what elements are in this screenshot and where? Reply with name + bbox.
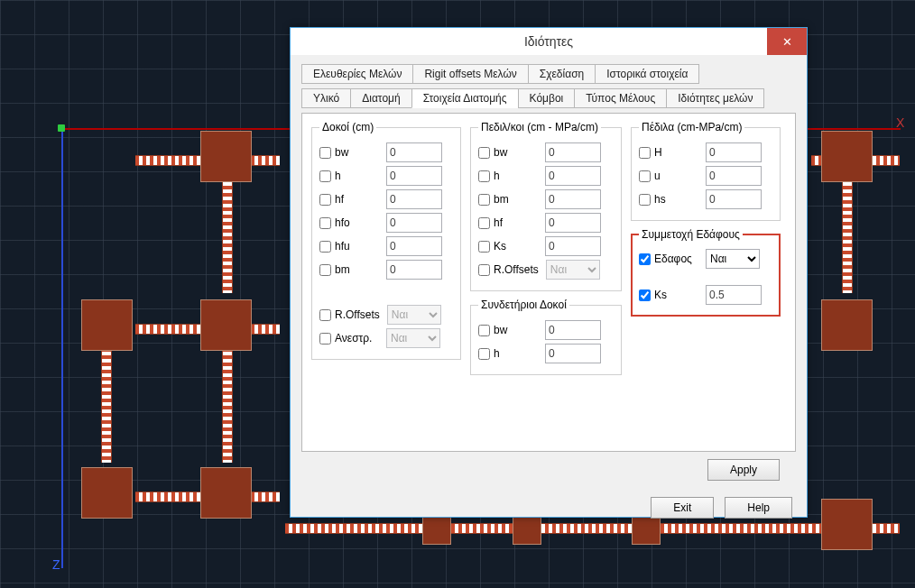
edafos-check[interactable]	[639, 253, 651, 265]
pedilkoi-hf-check[interactable]	[478, 217, 490, 229]
group-dokoi-legend: Δοκοί (cm)	[319, 121, 376, 133]
footing[interactable]	[200, 131, 252, 182]
axis-x-label: X	[896, 115, 904, 130]
dokoi-hf-check[interactable]	[319, 194, 331, 206]
tab-rigid-offsets[interactable]: Rigit offsets Μελών	[412, 64, 528, 84]
pedilkoi-h-input[interactable]	[545, 166, 601, 186]
syndet-h-input[interactable]	[545, 344, 601, 363]
dokoi-bm-check[interactable]	[319, 264, 331, 276]
footing[interactable]	[821, 131, 873, 182]
tab-member-props[interactable]: Ιδιότητες μελών	[666, 88, 764, 108]
dokoi-anestr-select[interactable]: Ναι	[386, 328, 440, 348]
syndet-bw-input[interactable]	[545, 320, 601, 340]
dokoi-hf-input[interactable]	[386, 189, 442, 209]
footing[interactable]	[81, 467, 133, 519]
footing[interactable]	[821, 299, 873, 351]
beam	[101, 341, 112, 463]
tab-member-type[interactable]: Τύπος Μέλους	[574, 88, 667, 108]
group-pedila: Πέδιλα (cm-MPa/cm) H u hs	[631, 121, 781, 221]
tab-history[interactable]: Ιστορικά στοιχεία	[595, 64, 699, 84]
group-syndet: Συνδετήριοι Δοκοί bw h	[470, 299, 622, 375]
help-button[interactable]: Help	[725, 497, 792, 519]
pedilkoi-bm-check[interactable]	[478, 194, 490, 206]
footing[interactable]	[200, 467, 252, 519]
dialog-title: Ιδιότητες	[524, 34, 573, 49]
tabs-row-1: Ελευθερίες Μελών Rigit offsets Μελών Σχε…	[301, 64, 796, 83]
axis-z	[61, 128, 63, 568]
pedilkoi-ks-check[interactable]	[478, 241, 490, 253]
axis-z-label: Z	[52, 557, 60, 572]
close-icon: ✕	[782, 35, 792, 49]
pedilkoi-hf-input[interactable]	[545, 213, 601, 233]
footing[interactable]	[81, 299, 133, 351]
pedila-u-input[interactable]	[706, 166, 762, 186]
pedilkoi-bw-input[interactable]	[545, 142, 601, 162]
close-button[interactable]: ✕	[767, 28, 807, 55]
dokoi-roffsets-select[interactable]: Ναι	[387, 305, 441, 325]
group-pedilkoi-legend: Πεδιλ/κοι (cm - MPa/cm)	[478, 121, 601, 133]
group-edafos-legend: Συμμετοχή Εδάφους	[639, 228, 743, 241]
edafos-ks-input[interactable]	[706, 285, 762, 305]
pedilkoi-roffsets-select[interactable]: Ναι	[546, 260, 600, 280]
titlebar[interactable]: Ιδιότητες ✕	[291, 28, 807, 55]
beam	[222, 171, 233, 293]
dokoi-hfu-input[interactable]	[386, 236, 442, 256]
dokoi-roffsets-check[interactable]	[319, 309, 331, 321]
tab-material[interactable]: Υλικό	[301, 88, 351, 108]
pedila-hs-check[interactable]	[639, 194, 651, 206]
group-edafos: Συμμετοχή Εδάφους ΕδαφοςΝαι Ks	[631, 228, 781, 317]
group-pedila-legend: Πέδιλα (cm-MPa/cm)	[639, 121, 744, 133]
group-pedilkoi: Πεδιλ/κοι (cm - MPa/cm) bw h bm hf Ks R.…	[470, 121, 622, 291]
pedilkoi-bm-input[interactable]	[545, 189, 601, 209]
properties-dialog: Ιδιότητες ✕ Ελευθερίες Μελών Rigit offse…	[290, 27, 808, 518]
footing[interactable]	[821, 499, 873, 550]
dokoi-anestr-check[interactable]	[319, 333, 331, 345]
pedilkoi-ks-input[interactable]	[545, 236, 601, 256]
dokoi-bw-input[interactable]	[386, 142, 442, 162]
pedilkoi-bw-check[interactable]	[478, 147, 490, 159]
apply-button[interactable]: Apply	[707, 459, 780, 481]
tab-section-data[interactable]: Στοιχεία Διατομής	[411, 88, 519, 108]
edafos-select[interactable]: Ναι	[706, 249, 760, 269]
dokoi-hfo-check[interactable]	[319, 217, 331, 229]
dokoi-bm-input[interactable]	[386, 260, 442, 280]
tab-page: Δοκοί (cm) bw h hf hfo hfu bm R.OffsetsΝ…	[301, 113, 796, 452]
dokoi-hfo-input[interactable]	[386, 213, 442, 233]
tab-freedoms[interactable]: Ελευθερίες Μελών	[301, 64, 413, 84]
pedila-H-check[interactable]	[639, 147, 651, 159]
axis-origin	[58, 124, 65, 132]
pedilkoi-roffsets-check[interactable]	[478, 264, 490, 276]
dokoi-h-input[interactable]	[386, 166, 442, 186]
group-syndet-legend: Συνδετήριοι Δοκοί	[478, 299, 569, 311]
dokoi-h-check[interactable]	[319, 170, 331, 182]
edafos-ks-check[interactable]	[639, 289, 651, 301]
pedila-hs-input[interactable]	[706, 189, 762, 209]
pedilkoi-h-check[interactable]	[478, 170, 490, 182]
dokoi-hfu-check[interactable]	[319, 241, 331, 253]
tab-design[interactable]: Σχεδίαση	[528, 64, 596, 84]
beam	[222, 341, 233, 463]
pedila-H-input[interactable]	[706, 142, 762, 162]
syndet-bw-check[interactable]	[478, 325, 490, 336]
exit-button[interactable]: Exit	[651, 497, 714, 519]
syndet-h-check[interactable]	[478, 348, 490, 360]
tab-section[interactable]: Διατομή	[350, 88, 411, 108]
beam	[285, 523, 827, 534]
tab-nodes[interactable]: Κόμβοι	[518, 88, 576, 108]
dokoi-bw-check[interactable]	[319, 147, 331, 159]
tabs-row-2: Υλικό Διατομή Στοιχεία Διατομής Κόμβοι Τ…	[301, 88, 796, 107]
pedila-u-check[interactable]	[639, 170, 651, 182]
group-dokoi: Δοκοί (cm) bw h hf hfo hfu bm R.OffsetsΝ…	[311, 121, 461, 360]
beam	[842, 171, 853, 293]
footing[interactable]	[200, 299, 252, 351]
